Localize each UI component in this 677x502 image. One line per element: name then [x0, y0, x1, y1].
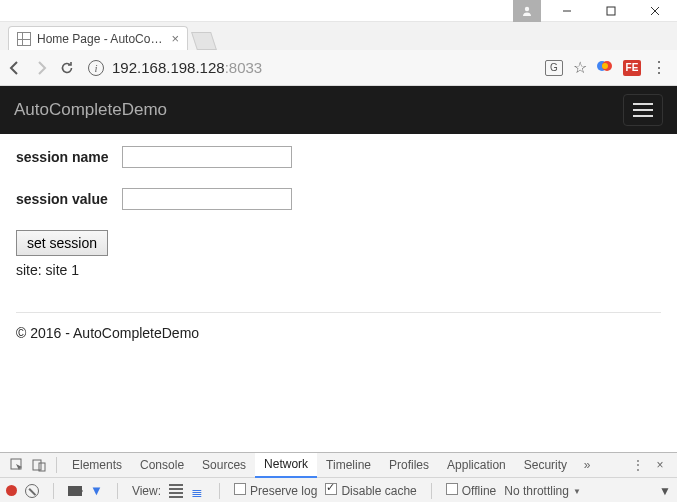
- new-tab-button[interactable]: [191, 32, 217, 50]
- url-text: 192.168.198.128:8033: [112, 59, 262, 76]
- back-button[interactable]: [6, 59, 24, 77]
- clear-button[interactable]: [25, 484, 39, 498]
- view-label: View:: [132, 484, 161, 498]
- devtools-tab-application[interactable]: Application: [438, 453, 515, 478]
- browser-tabstrip: Home Page - AutoComp… ×: [0, 22, 677, 50]
- forward-button[interactable]: [32, 59, 50, 77]
- extension-icon[interactable]: [597, 58, 613, 77]
- device-mode-icon[interactable]: [28, 458, 50, 472]
- svg-point-0: [525, 6, 529, 10]
- nav-toggle-button[interactable]: [623, 94, 663, 126]
- devtools-tab-sources[interactable]: Sources: [193, 453, 255, 478]
- browser-toolbar: i 192.168.198.128:8033 G ☆ FE ⋮: [0, 50, 677, 86]
- tab-close-icon[interactable]: ×: [171, 31, 179, 46]
- offline-checkbox[interactable]: Offline: [446, 483, 496, 498]
- site-info-icon[interactable]: i: [88, 60, 104, 76]
- drawer-toggle-icon[interactable]: ▼: [659, 484, 671, 498]
- chrome-menu-button[interactable]: ⋮: [651, 58, 667, 77]
- bookmark-star-icon[interactable]: ☆: [573, 58, 587, 77]
- preserve-log-checkbox[interactable]: Preserve log: [234, 483, 317, 498]
- view-waterfall-icon[interactable]: ≣: [191, 484, 205, 498]
- devtools-tab-network[interactable]: Network: [255, 453, 317, 478]
- session-value-input[interactable]: [122, 188, 292, 210]
- window-titlebar: [0, 0, 677, 22]
- devtools-menu-icon[interactable]: ⋮: [627, 458, 649, 472]
- reload-button[interactable]: [58, 59, 76, 77]
- devtools-tab-profiles[interactable]: Profiles: [380, 453, 438, 478]
- page-favicon-icon: [17, 32, 31, 46]
- app-navbar: AutoCompleteDemo: [0, 86, 677, 134]
- devtools-tab-elements[interactable]: Elements: [63, 453, 131, 478]
- set-session-button[interactable]: set session: [16, 230, 108, 256]
- devtools-tab-security[interactable]: Security: [515, 453, 576, 478]
- devtools-more-tabs-icon[interactable]: »: [576, 458, 598, 472]
- window-maximize-button[interactable]: [589, 0, 633, 22]
- devtools-tabbar: Elements Console Sources Network Timelin…: [0, 453, 677, 478]
- svg-rect-9: [33, 460, 41, 470]
- view-large-icon[interactable]: [169, 484, 183, 498]
- divider: [16, 312, 661, 313]
- app-brand[interactable]: AutoCompleteDemo: [14, 100, 167, 120]
- session-name-label: session name: [16, 149, 116, 165]
- throttling-dropdown[interactable]: No throttling: [504, 484, 581, 498]
- session-name-input[interactable]: [122, 146, 292, 168]
- devtools-panel: Elements Console Sources Network Timelin…: [0, 452, 677, 502]
- window-minimize-button[interactable]: [545, 0, 589, 22]
- profile-icon[interactable]: [513, 0, 541, 22]
- translate-icon[interactable]: G: [545, 60, 563, 76]
- filter-icon[interactable]: ▼: [90, 483, 103, 498]
- flash-extension-icon[interactable]: FE: [623, 60, 641, 76]
- devtools-close-icon[interactable]: ×: [649, 458, 671, 472]
- devtools-tab-timeline[interactable]: Timeline: [317, 453, 380, 478]
- address-bar[interactable]: i 192.168.198.128:8033: [84, 54, 537, 82]
- page-content: session name session value set session s…: [0, 134, 677, 341]
- screenshot-icon[interactable]: [68, 486, 82, 496]
- footer-text: © 2016 - AutoCompleteDemo: [16, 325, 661, 341]
- svg-point-7: [602, 63, 608, 69]
- browser-tab[interactable]: Home Page - AutoComp… ×: [8, 26, 188, 50]
- devtools-network-toolbar: ▼ View: ≣ Preserve log Disable cache Off…: [0, 478, 677, 502]
- inspect-element-icon[interactable]: [6, 458, 28, 472]
- disable-cache-checkbox[interactable]: Disable cache: [325, 483, 416, 498]
- record-button[interactable]: [6, 485, 17, 496]
- session-value-label: session value: [16, 191, 116, 207]
- site-line: site: site 1: [16, 262, 661, 278]
- tab-title: Home Page - AutoComp…: [37, 32, 165, 46]
- devtools-tab-console[interactable]: Console: [131, 453, 193, 478]
- svg-rect-2: [607, 7, 615, 15]
- window-close-button[interactable]: [633, 0, 677, 22]
